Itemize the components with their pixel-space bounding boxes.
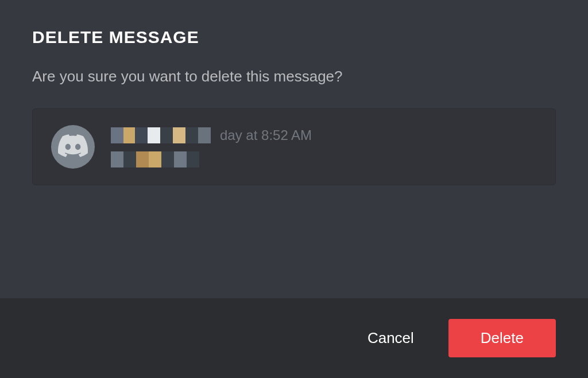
confirm-text: Are you sure you want to delete this mes… [32,68,556,85]
message-preview: day at 8:52 AM [32,108,556,185]
delete-message-modal: DELETE MESSAGE Are you sure you want to … [0,0,588,378]
message-content: day at 8:52 AM [111,125,537,167]
message-header-row: day at 8:52 AM [111,127,537,143]
modal-footer: Cancel Delete [0,298,588,378]
avatar [51,125,95,169]
modal-body: Are you sure you want to delete this mes… [0,56,588,298]
modal-header: DELETE MESSAGE [0,0,588,56]
discord-icon [58,131,88,163]
username-pixelated [111,127,211,143]
modal-title: DELETE MESSAGE [32,28,556,47]
message-timestamp: day at 8:52 AM [220,127,312,143]
cancel-button[interactable]: Cancel [356,322,425,354]
delete-button[interactable]: Delete [448,319,556,357]
message-body-pixelated [111,151,537,167]
